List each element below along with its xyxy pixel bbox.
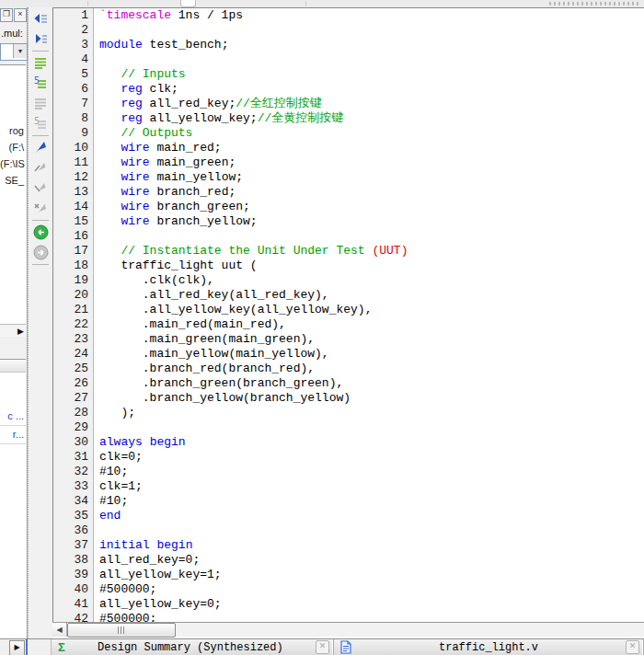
code-line[interactable]: 42#500000; [53, 612, 644, 622]
tab-close-icon[interactable]: ✕ [626, 640, 639, 654]
toggle-bookmark-icon[interactable] [32, 139, 49, 155]
code-text[interactable]: initial begin [94, 538, 192, 553]
code-text[interactable]: module test_bench; [94, 38, 228, 52]
code-line[interactable]: 1`timescale 1ns / 1ps [53, 8, 644, 23]
code-text[interactable] [94, 420, 99, 435]
code-line[interactable]: 37initial begin [53, 538, 644, 553]
code-text[interactable]: .main_green(main_green), [94, 332, 315, 347]
tree-item-fragment[interactable]: SE_ [0, 172, 26, 189]
code-text[interactable]: reg clk; [94, 82, 178, 97]
code-text[interactable]: end [94, 509, 121, 523]
code-text[interactable]: reg all_yellow_key;//全黄控制按键 [94, 111, 343, 126]
code-line[interactable]: 26 .branch_green(branch_green), [53, 376, 644, 391]
code-text[interactable]: clk=1; [94, 479, 143, 494]
code-text[interactable] [94, 523, 99, 538]
code-text[interactable]: #500000; [94, 612, 156, 622]
code-text[interactable] [94, 23, 99, 38]
indent-icon[interactable] [32, 30, 49, 47]
code-line[interactable]: 22 .main_red(main_red), [53, 317, 644, 332]
code-line[interactable]: 14 wire branch_green; [53, 200, 644, 214]
code-text[interactable]: wire branch_green; [94, 200, 250, 214]
tab-design-summary[interactable]: Σ Design Summary (Synthesized) ✕ [52, 639, 334, 655]
code-line[interactable]: 32#10; [53, 465, 644, 479]
code-text[interactable]: traffic_light uut ( [94, 259, 258, 273]
list-item-fragment[interactable]: r... [0, 426, 26, 444]
code-text[interactable]: wire branch_yellow; [94, 214, 258, 229]
code-line[interactable]: 7 reg all_red_key;//全红控制按键 [53, 97, 644, 111]
code-text[interactable]: wire main_green; [94, 155, 236, 170]
list-item-fragment[interactable]: c ... [0, 408, 26, 426]
code-line[interactable]: 40#500000; [53, 582, 644, 597]
clear-bookmarks-icon[interactable] [32, 200, 49, 216]
code-line[interactable]: 8 reg all_yellow_key;//全黄控制按键 [53, 111, 644, 126]
tab-label[interactable]: Design Summary (Synthesized) [65, 641, 316, 654]
code-line[interactable]: 38all_red_key=0; [53, 553, 644, 568]
panel-expander-arrow[interactable]: ▶ [0, 324, 26, 337]
code-text[interactable]: wire main_red; [94, 141, 222, 155]
code-line[interactable]: 23 .main_green(main_green), [53, 332, 644, 347]
code-line[interactable]: 20 .all_red_key(all_red_key), [53, 288, 644, 303]
code-line[interactable]: 18 traffic_light uut ( [53, 259, 644, 273]
code-text[interactable]: #10; [94, 494, 128, 509]
combobox-dropdown-icon[interactable]: ▼ [13, 44, 27, 58]
code-line[interactable]: 31clk=0; [53, 450, 644, 465]
outdent-icon[interactable] [32, 10, 49, 27]
code-line[interactable]: 13 wire branch_red; [53, 185, 644, 200]
code-text[interactable]: all_yellow_key=0; [94, 597, 222, 612]
hierarchy-tree-fragment[interactable]: rog(F:\(F:\ISSE_ [0, 64, 26, 324]
code-text[interactable]: all_yellow_key=1; [94, 568, 222, 582]
code-text[interactable]: .branch_yellow(branch_yellow) [94, 391, 351, 406]
code-line[interactable]: 30always begin [53, 435, 644, 450]
scrollbar-thumb[interactable] [67, 623, 176, 638]
code-text[interactable]: // Outputs [94, 126, 192, 141]
code-line[interactable]: 9 // Outputs [53, 126, 644, 141]
code-line[interactable]: 6 reg clk; [53, 82, 644, 97]
code-editor[interactable]: 1`timescale 1ns / 1ps23module test_bench… [52, 7, 644, 622]
code-text[interactable]: // Inputs [94, 67, 186, 82]
code-text[interactable]: .branch_red(branch_red), [94, 362, 315, 376]
next-bookmark-icon[interactable] [32, 179, 49, 196]
code-text[interactable]: all_red_key=0; [94, 553, 200, 568]
code-line[interactable]: 29 [53, 420, 644, 435]
code-text[interactable]: #10; [94, 465, 128, 479]
code-text[interactable] [94, 229, 99, 244]
code-line[interactable]: 12 wire main_yellow; [53, 170, 644, 185]
horizontal-scrollbar[interactable]: ◀ [52, 622, 644, 637]
code-line[interactable]: 34#10; [53, 494, 644, 509]
code-text[interactable]: wire branch_red; [94, 185, 236, 200]
code-line[interactable]: 16 [53, 229, 644, 244]
scrollbar-left-arrow-icon[interactable]: ◀ [52, 623, 67, 637]
code-text[interactable]: always begin [94, 435, 186, 450]
code-line[interactable]: 4 [53, 52, 644, 67]
code-line[interactable]: 3module test_bench; [53, 38, 644, 52]
code-text[interactable]: ); [94, 406, 135, 420]
code-line[interactable]: 2 [53, 23, 644, 38]
code-line[interactable]: 17 // Instantiate the Unit Under Test (U… [53, 244, 644, 259]
navigate-forward-icon[interactable] [32, 244, 49, 260]
code-line[interactable]: 25 .branch_red(branch_red), [53, 362, 644, 376]
code-text[interactable]: clk=0; [94, 450, 143, 465]
uncomment-lines-disabled-icon[interactable]: 5 [32, 115, 49, 132]
code-line[interactable]: 33clk=1; [53, 479, 644, 494]
code-text[interactable]: #500000; [94, 582, 156, 597]
tab-scroll-right-button[interactable]: ▶ [9, 640, 25, 655]
code-line[interactable]: 41all_yellow_key=0; [53, 597, 644, 612]
code-line[interactable]: 27 .branch_yellow(branch_yellow) [53, 391, 644, 406]
code-text[interactable]: .main_yellow(main_yellow), [94, 347, 329, 362]
code-line[interactable]: 19 .clk(clk), [53, 273, 644, 288]
code-text[interactable]: .all_yellow_key(all_yellow_key), [94, 303, 372, 317]
code-line[interactable]: 15 wire branch_yellow; [53, 214, 644, 229]
code-line[interactable]: 11 wire main_green; [53, 155, 644, 170]
code-text[interactable] [94, 52, 99, 67]
tab-traffic-light-v[interactable]: traffic_light.v ✕ [334, 639, 644, 655]
code-line[interactable]: 5 // Inputs [53, 67, 644, 82]
code-text[interactable]: reg all_red_key;//全红控制按键 [94, 97, 322, 111]
code-text[interactable]: // Instantiate the Unit Under Test (UUT) [94, 244, 408, 259]
navigate-back-icon[interactable] [32, 224, 49, 240]
code-line[interactable]: 21 .all_yellow_key(all_yellow_key), [53, 303, 644, 317]
code-text[interactable]: .main_red(main_red), [94, 317, 286, 332]
code-line[interactable]: 36 [53, 523, 644, 538]
code-text[interactable]: .branch_green(branch_green), [94, 376, 343, 391]
uncomment-lines-icon[interactable]: 5 [32, 75, 49, 91]
code-line[interactable]: 39all_yellow_key=1; [53, 568, 644, 582]
